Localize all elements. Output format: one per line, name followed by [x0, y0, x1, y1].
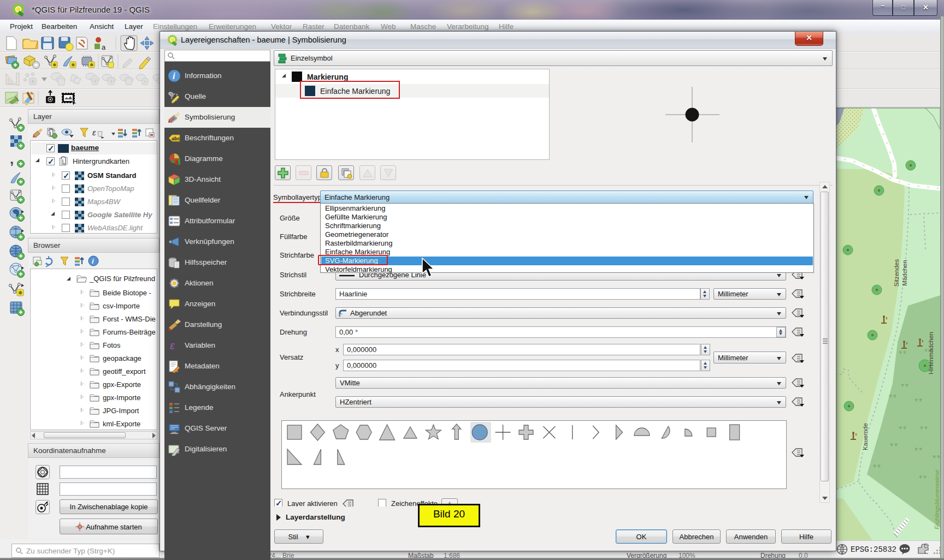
svg-text:⚜⚜: ⚜⚜ [932, 454, 940, 460]
svg-text:⚜⚜: ⚜⚜ [914, 397, 923, 403]
svg-text:⚜⚜: ⚜⚜ [872, 463, 881, 469]
svg-text:⚜⚜: ⚜⚜ [888, 394, 897, 399]
svg-text:⚜⚜: ⚜⚜ [889, 442, 898, 448]
svg-text:Kauernde: Kauernde [862, 423, 869, 450]
svg-text:i: i [92, 257, 94, 265]
svg-text:a: a [102, 43, 106, 51]
svg-text:✱: ✱ [52, 62, 57, 68]
svg-text:⚜⚜: ⚜⚜ [918, 474, 927, 480]
svg-text:Hirtenmädchen: Hirtenmädchen [928, 332, 934, 374]
svg-text:Frühlingsblumenwiese: Frühlingsblumenwiese [934, 469, 940, 529]
svg-text:ε: ε [92, 128, 96, 137]
svg-text:⚜⚜: ⚜⚜ [914, 446, 923, 452]
svg-text:Sitzendes: Sitzendes [893, 259, 900, 287]
svg-text:✱: ✱ [71, 62, 75, 68]
svg-text:✱: ✱ [90, 62, 94, 68]
svg-text:Mädchen: Mädchen [901, 260, 908, 285]
svg-text:⚜⚜: ⚜⚜ [919, 425, 928, 431]
svg-text:✱: ✱ [18, 290, 22, 296]
svg-text:,: , [10, 152, 14, 167]
svg-text:⚜⚜: ⚜⚜ [900, 383, 909, 388]
svg-text:⚜⚜: ⚜⚜ [898, 425, 907, 431]
svg-text:⚜⚜: ⚜⚜ [898, 350, 907, 355]
